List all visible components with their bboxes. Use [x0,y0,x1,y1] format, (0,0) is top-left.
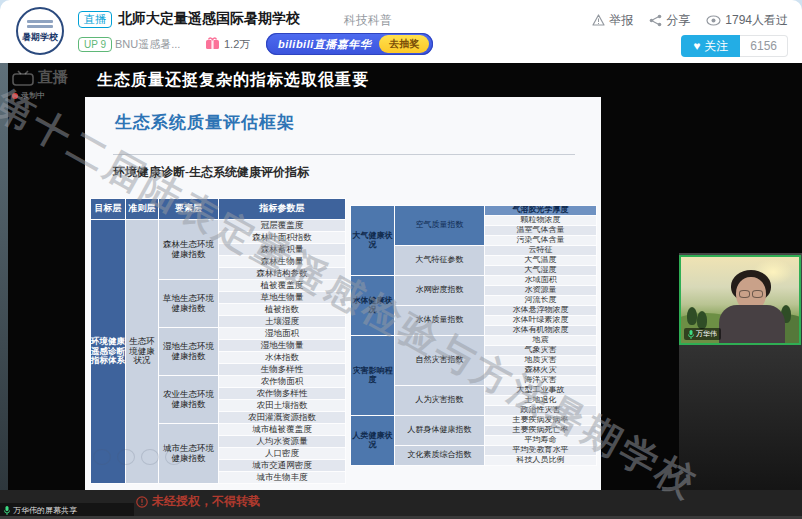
table-cell: 城市植被覆盖度 [219,424,346,436]
table-cell: 科技人员比例 [485,456,597,466]
table-cell: 森林蓄积量 [219,244,346,256]
table-cell: 平均受教育水平 [485,446,597,456]
table-cell: 农田灌溉资源指数 [219,412,346,424]
table-cell: 城市交通网密度 [219,460,346,472]
live-caption: 生态质量还挺复杂的指标选取很重要 [97,70,369,91]
table-cell: 环境健康遥感诊断指标体系 [91,220,126,484]
table-cell: 目标层 [91,199,126,220]
table-cell: 地质灾害 [485,356,597,366]
report-icon [592,14,605,27]
table-cell: 要素层 [159,199,219,220]
recording-dot-icon [12,93,18,99]
table-cell: 草地生态环境健康指数 [159,280,219,328]
table-cell: 文化素质综合指数 [395,446,485,466]
follow-count: 6156 [740,35,788,57]
table-cell: 城市生物丰度 [219,472,346,484]
table-cell: 植被指数 [219,304,346,316]
table-cell: 海洋灾害 [485,376,597,386]
channel-avatar[interactable]: 暑期学校 [16,7,64,55]
presenter-glasses [739,290,763,298]
table-cell: 水网密度指数 [395,276,485,306]
table-cell: 平均寿命 [485,436,597,446]
table-cell: 湿地生态环境健康指数 [159,328,219,376]
right-indicator-table: 大气健康状况空气质量指数气溶胶光学厚度颗粒物浓度温室气体含量污染气体含量大气特征… [350,205,597,466]
table-cell: 水资源量 [485,286,597,296]
table-cell: 气象灾害 [485,346,597,356]
logo-text: 暑期学校 [22,31,58,44]
annotation-marks [93,449,183,465]
table-cell: 生态环境健康状况 [126,220,159,484]
video-player[interactable]: 直播 录制中 生态质量还挺复杂的指标选取很重要 生态系统质量评估框架 环境健康诊… [0,63,802,519]
table-cell: 农作物面积 [219,376,346,388]
screen-share-label: 万华伟的屏幕共享 [0,503,134,517]
table-cell: 主要疾病死亡率 [485,426,597,436]
up-level-badge: UP 9 [78,37,112,52]
heart-icon: ♥ [693,39,700,53]
report-button[interactable]: 举报 [592,12,633,29]
table-cell: 水域面积 [485,276,597,286]
table-cell: 人为灾害指数 [395,386,485,416]
table-cell: 主要疾病发病率 [485,416,597,426]
table-cell: 河流长度 [485,296,597,306]
microphone-icon [4,506,10,515]
bilibili-tv-icon [12,70,34,86]
table-cell: 森林火灾 [485,366,597,376]
recording-badge: 录制中 [12,90,45,101]
table-cell: 森林生态环境健康指数 [159,220,219,280]
background-tree [687,307,697,325]
table-cell: 森林叶面积指数 [219,232,346,244]
stream-title: 北师大定量遥感国际暑期学校 [118,10,300,28]
carnival-label: bilibili直播嘉年华 [278,37,371,52]
share-icon [649,14,662,27]
gift-icon [205,36,220,50]
table-cell: 大型工业事故 [485,386,597,396]
table-cell: 颗粒物浓度 [485,216,597,226]
left-indicator-table: 目标层准则层要素层指标参数层环境健康遥感诊断指标体系生态环境健康状况森林生态环境… [90,198,346,484]
uploader-name[interactable]: BNU遥感暑... [115,37,180,52]
follow-button[interactable]: ♥ 关注 [681,35,740,57]
table-cell: 云特征 [485,246,597,256]
table-cell: 人类健康状况 [351,416,395,466]
table-cell: 冠层覆盖度 [219,220,346,232]
table-cell: 政治性灾害 [485,406,597,416]
microphone-icon [688,330,694,339]
table-cell: 大气健康状况 [351,206,395,276]
table-cell: 地震 [485,336,597,346]
table-cell: 土地退化 [485,396,597,406]
presenter-name-label: 万华伟 [684,328,721,340]
eye-icon [706,15,721,26]
viewer-count: 1794人看过 [706,12,788,29]
table-cell: 植被覆盖度 [219,280,346,292]
table-cell: 大气湿度 [485,266,597,276]
carnival-banner[interactable]: bilibili直播嘉年华 去抽奖 [266,33,433,55]
table-cell: 大气温度 [485,256,597,266]
table-cell: 水体指数 [219,352,346,364]
table-cell: 自然灾害指数 [395,336,485,386]
table-cell: 森林生物量 [219,256,346,268]
share-button[interactable]: 分享 [649,12,690,29]
category-link[interactable]: 科技科普 [344,12,392,29]
presentation-slide: 生态系统质量评估框架 环境健康诊断-生态系统健康评价指标 目标层准则层要素层指标… [85,97,601,491]
presenter-webcam[interactable]: 万华伟 [679,255,801,345]
table-cell: 温室气体含量 [485,226,597,236]
warning-icon [136,496,148,508]
background-tree [697,311,707,329]
table-cell: 气溶胶光学厚度 [485,206,597,216]
table-cell: 污染气体含量 [485,236,597,246]
table-cell: 草地生物量 [219,292,346,304]
table-cell: 准则层 [126,199,159,220]
lottery-button[interactable]: 去抽奖 [379,35,429,53]
live-badge: 直播 [78,11,112,28]
gift-count: 1.2万 [224,37,250,52]
logo-decor-line [27,20,53,23]
table-cell: 人口密度 [219,448,346,460]
stream-header: 暑期学校 直播 北师大定量遥感国际暑期学校 科技科普 UP 9 BNU遥感暑..… [0,0,802,63]
table-cell: 生物多样性 [219,364,346,376]
table-cell: 大气特征参数 [395,246,485,276]
table-cell: 空气质量指数 [395,206,485,246]
table-cell: 农田土壤指数 [219,400,346,412]
table-cell: 水体有机物浓度 [485,326,597,336]
table-cell: 水体叶绿素浓度 [485,316,597,326]
table-cell: 湿地生物量 [219,340,346,352]
logo-decor-line [27,25,53,28]
